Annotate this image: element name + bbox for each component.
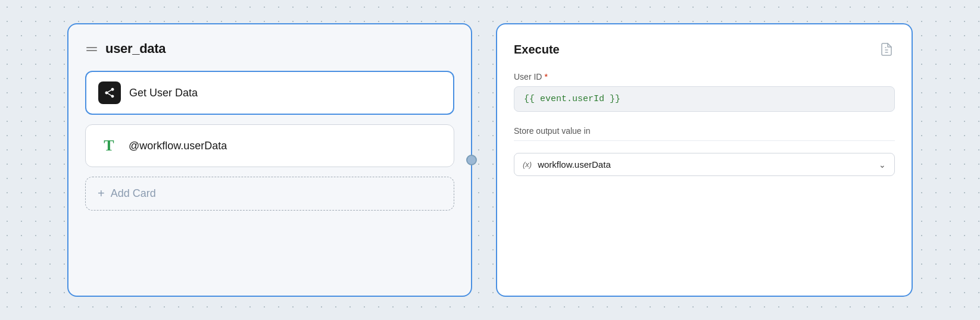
workflow-var-label: @workflow.userData <box>129 140 227 152</box>
right-card: Execute User ID * {{ event.userId }} Sto… <box>496 23 913 297</box>
connector-dot <box>466 155 477 165</box>
left-card: user_data Get User Data T @workflow.user… <box>67 23 472 297</box>
card-title: user_data <box>105 41 166 57</box>
store-output-dropdown[interactable]: (x) workflow.userData ⌄ <box>514 153 895 176</box>
var-badge: (x) <box>523 160 532 169</box>
add-card-label: Add Card <box>111 187 156 200</box>
document-icon[interactable] <box>878 41 895 58</box>
store-output-label: Store output value in <box>514 126 895 141</box>
add-card-button[interactable]: + Add Card <box>85 177 454 211</box>
store-var-name: workflow.userData <box>538 159 873 170</box>
right-card-header: Execute <box>514 41 895 58</box>
get-user-data-label: Get User Data <box>129 87 198 99</box>
get-user-data-item[interactable]: Get User Data <box>85 71 454 115</box>
text-icon: T <box>98 134 120 157</box>
plus-icon: + <box>98 187 105 200</box>
chevron-down-icon: ⌄ <box>879 160 886 170</box>
workflow-var-item[interactable]: T @workflow.userData <box>85 124 454 167</box>
right-card-title: Execute <box>514 43 560 57</box>
user-id-input[interactable]: {{ event.userId }} <box>514 86 895 112</box>
share-icon <box>98 81 121 104</box>
drag-handle[interactable] <box>85 46 98 52</box>
required-marker: * <box>544 72 547 81</box>
user-id-label: User ID * <box>514 72 895 81</box>
card-header: user_data <box>85 41 454 57</box>
